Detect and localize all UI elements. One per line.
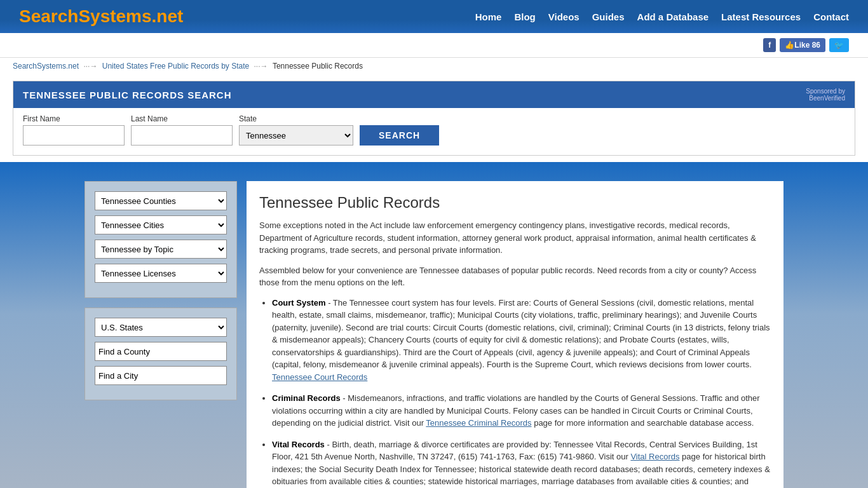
site-logo[interactable]: SearchSystems.net bbox=[19, 6, 183, 27]
breadcrumb-state[interactable]: United States Free Public Records by Sta… bbox=[102, 62, 249, 71]
us-states-select[interactable]: U.S. States bbox=[95, 318, 227, 337]
tennessee-licenses-select[interactable]: Tennessee Licenses bbox=[95, 264, 227, 283]
right-content: Tennessee Public Records Some exceptions… bbox=[247, 181, 783, 488]
last-name-input[interactable] bbox=[131, 125, 233, 146]
sidebar-section-us: U.S. States bbox=[85, 308, 237, 400]
nav-blog[interactable]: Blog bbox=[514, 11, 535, 22]
state-select[interactable]: Tennessee bbox=[239, 125, 353, 146]
assembled-text: Assembled below for your convenience are… bbox=[259, 264, 771, 289]
court-title: Court System bbox=[272, 298, 326, 308]
breadcrumb: SearchSystems.net ···→ United States Fre… bbox=[0, 57, 868, 74]
list-item-vital: Vital Records - Birth, death, marriage &… bbox=[272, 438, 771, 489]
list-item-court: Court System - The Tennessee court syste… bbox=[272, 297, 771, 384]
nav-videos[interactable]: Videos bbox=[548, 11, 580, 22]
criminal-text-after: page for more information and searchable… bbox=[534, 418, 754, 428]
search-fields: First Name Last Name State Tennessee SEA… bbox=[13, 108, 855, 155]
intro-text: Some exceptions noted in the Act include… bbox=[259, 219, 771, 257]
breadcrumb-sep1: ···→ bbox=[83, 62, 99, 71]
content-area: Tennessee Counties Tennessee Cities Tenn… bbox=[72, 172, 796, 488]
list-item-criminal: Criminal Records - Misdemeanors, infract… bbox=[272, 392, 771, 430]
logo-main: SearchSystems bbox=[19, 6, 152, 26]
social-bar: f 👍 Like 86 🐦 bbox=[0, 33, 868, 57]
like-button[interactable]: 👍 Like 86 bbox=[780, 38, 825, 52]
sponsored-by: Sponsored by BeenVerified bbox=[806, 88, 845, 102]
court-link[interactable]: Tennessee Court Records bbox=[272, 372, 367, 382]
sidebar: Tennessee Counties Tennessee Cities Tenn… bbox=[85, 181, 237, 410]
search-header: TENNESSEE PUBLIC RECORDS SEARCH Sponsore… bbox=[13, 81, 855, 108]
search-button[interactable]: SEARCH bbox=[360, 125, 439, 146]
breadcrumb-current: Tennessee Public Records bbox=[273, 62, 363, 71]
nav-latest-resources[interactable]: Latest Resources bbox=[721, 11, 801, 22]
tennessee-counties-select[interactable]: Tennessee Counties bbox=[95, 191, 227, 210]
vital-title: Vital Records bbox=[272, 440, 325, 449]
first-name-label: First Name bbox=[23, 114, 125, 123]
records-list: Court System - The Tennessee court syste… bbox=[272, 297, 771, 489]
court-text: - The Tennessee court system has four le… bbox=[272, 298, 770, 370]
search-title: TENNESSEE PUBLIC RECORDS SEARCH bbox=[23, 90, 232, 100]
tennessee-cities-select[interactable]: Tennessee Cities bbox=[95, 215, 227, 234]
main-nav: Home Blog Videos Guides Add a Database L… bbox=[475, 11, 849, 22]
last-name-label: Last Name bbox=[131, 114, 233, 123]
twitter-icon[interactable]: 🐦 bbox=[829, 38, 849, 52]
sidebar-section-tennessee: Tennessee Counties Tennessee Cities Tenn… bbox=[85, 181, 237, 298]
find-city-input[interactable] bbox=[95, 366, 227, 385]
logo-tld: .net bbox=[152, 6, 184, 26]
first-name-input[interactable] bbox=[23, 125, 125, 146]
search-container: TENNESSEE PUBLIC RECORDS SEARCH Sponsore… bbox=[13, 81, 855, 156]
state-group: State Tennessee bbox=[239, 114, 353, 146]
nav-add-database[interactable]: Add a Database bbox=[637, 11, 709, 22]
facebook-icon[interactable]: f bbox=[763, 38, 776, 52]
nav-contact[interactable]: Contact bbox=[813, 11, 849, 22]
nav-guides[interactable]: Guides bbox=[592, 11, 625, 22]
first-name-group: First Name bbox=[23, 114, 125, 146]
breadcrumb-sep2: ···→ bbox=[254, 62, 270, 71]
criminal-link[interactable]: Tennessee Criminal Records bbox=[426, 418, 531, 428]
vital-link[interactable]: Vital Records bbox=[630, 452, 679, 461]
find-county-input[interactable] bbox=[95, 342, 227, 361]
page-title: Tennessee Public Records bbox=[259, 194, 771, 212]
last-name-group: Last Name bbox=[131, 114, 233, 146]
tennessee-topic-select[interactable]: Tennessee by Topic bbox=[95, 240, 227, 259]
nav-home[interactable]: Home bbox=[475, 11, 502, 22]
breadcrumb-home[interactable]: SearchSystems.net bbox=[13, 62, 79, 71]
state-label: State bbox=[239, 114, 353, 123]
criminal-title: Criminal Records bbox=[272, 393, 341, 403]
